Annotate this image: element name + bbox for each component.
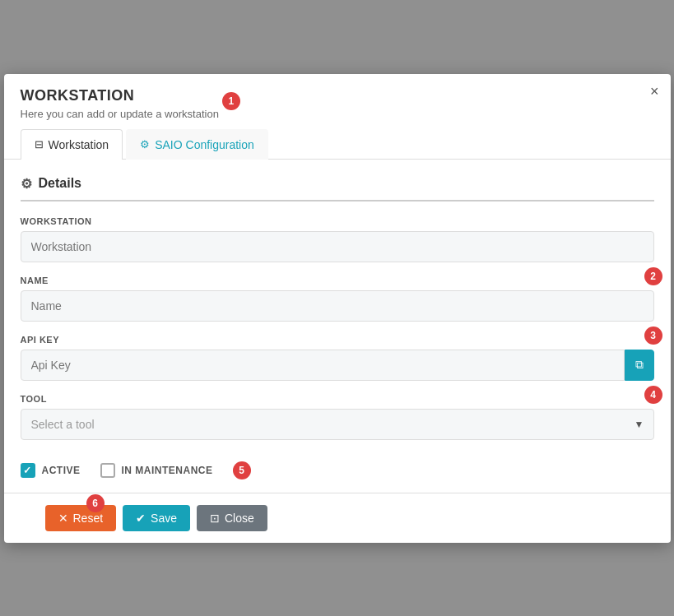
modal-title: WORKSTATION bbox=[21, 87, 219, 104]
workstation-field-group: WORKSTATION bbox=[21, 216, 654, 262]
tabs-container: ⊟ Workstation ⚙ SAIO Configuration bbox=[4, 128, 671, 160]
saio-tab-icon: ⚙ bbox=[140, 138, 150, 151]
tab-workstation[interactable]: ⊟ Workstation bbox=[21, 129, 123, 160]
copy-api-key-button[interactable]: ⧉ bbox=[625, 350, 654, 381]
close-btn-icon: ⊡ bbox=[210, 512, 220, 525]
active-label: ACTIVE bbox=[42, 465, 81, 476]
active-checkbox[interactable]: ✓ bbox=[21, 463, 35, 478]
tab-workstation-label: Workstation bbox=[49, 138, 109, 151]
save-label: Save bbox=[151, 512, 177, 525]
annotation-badge-5: 5 bbox=[233, 461, 251, 479]
copy-icon: ⧉ bbox=[635, 358, 644, 372]
details-section-icon: ⚙ bbox=[21, 176, 32, 192]
checkboxes-row: ✓ ACTIVE IN MAINTENANCE 5 bbox=[21, 453, 654, 493]
close-button[interactable]: ⊡ Close bbox=[197, 505, 267, 531]
close-icon-button[interactable]: × bbox=[650, 84, 659, 99]
reset-icon: ✕ bbox=[58, 512, 68, 525]
reset-button[interactable]: ✕ Reset bbox=[45, 505, 117, 531]
name-input[interactable] bbox=[21, 290, 654, 322]
in-maintenance-label: IN MAINTENANCE bbox=[122, 465, 213, 476]
tool-label: TOOL bbox=[21, 394, 654, 404]
in-maintenance-checkbox[interactable] bbox=[100, 463, 115, 478]
tab-saio-label: SAIO Configuration bbox=[155, 138, 254, 151]
save-button[interactable]: ✔ Save bbox=[123, 505, 190, 531]
in-maintenance-checkbox-label[interactable]: IN MAINTENANCE bbox=[100, 463, 213, 478]
save-icon: ✔ bbox=[136, 512, 146, 525]
api-key-field-group: API KEY ⧉ 3 bbox=[21, 335, 654, 381]
api-key-input-wrapper: ⧉ bbox=[21, 350, 654, 381]
active-check-icon: ✓ bbox=[23, 465, 32, 475]
workstation-label: WORKSTATION bbox=[21, 216, 654, 226]
tool-select[interactable]: Select a tool bbox=[21, 409, 654, 440]
name-label: NAME bbox=[21, 276, 654, 285]
details-section-title: Details bbox=[39, 176, 81, 191]
section-details-header: ⚙ Details bbox=[21, 176, 654, 201]
tool-field-group: TOOL Select a tool ▼ 4 bbox=[21, 394, 654, 440]
modal-header: WORKSTATION Here you can add or update a… bbox=[4, 74, 671, 128]
tool-select-wrapper: Select a tool ▼ bbox=[21, 409, 654, 440]
reset-label: Reset bbox=[73, 512, 104, 525]
name-field-group: NAME 2 bbox=[21, 276, 654, 322]
modal-footer: 6 ✕ Reset ✔ Save ⊡ Close bbox=[4, 493, 671, 543]
workstation-input[interactable] bbox=[21, 231, 654, 262]
modal-overlay: WORKSTATION Here you can add or update a… bbox=[0, 0, 674, 616]
modal-subtitle: Here you can add or update a workstation bbox=[21, 108, 219, 120]
modal-dialog: WORKSTATION Here you can add or update a… bbox=[4, 74, 671, 543]
api-key-label: API KEY bbox=[21, 335, 654, 345]
api-key-input[interactable] bbox=[21, 350, 625, 381]
close-label: Close bbox=[225, 512, 254, 525]
annotation-badge-1: 1 bbox=[222, 92, 240, 110]
workstation-tab-icon: ⊟ bbox=[35, 138, 44, 151]
tab-saio-configuration[interactable]: ⚙ SAIO Configuration bbox=[126, 129, 268, 160]
modal-body: ⚙ Details WORKSTATION NAME 2 API KEY bbox=[4, 160, 671, 493]
active-checkbox-label[interactable]: ✓ ACTIVE bbox=[21, 463, 81, 478]
